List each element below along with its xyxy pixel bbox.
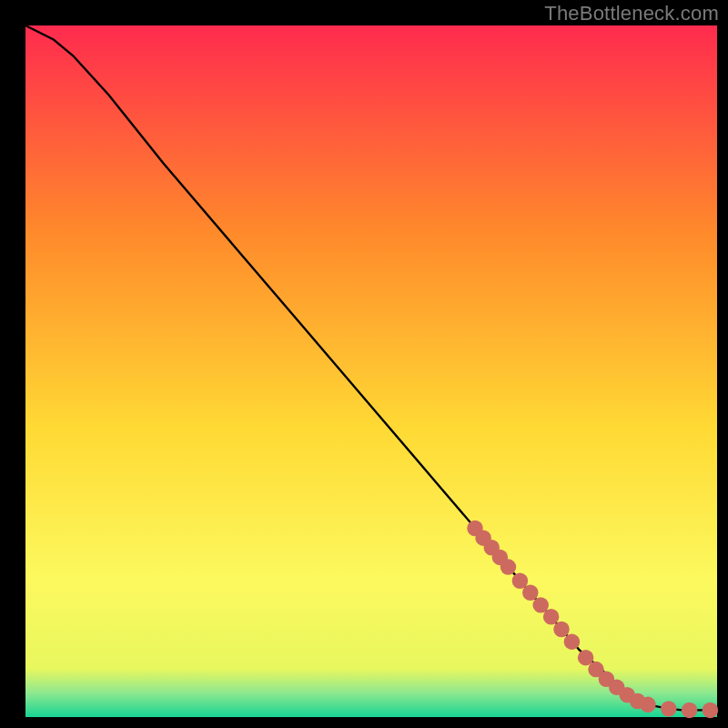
- marker-dot: [640, 697, 655, 713]
- watermark-text: TheBottleneck.com: [544, 2, 719, 25]
- plot-background: [25, 25, 717, 717]
- marker-dot: [703, 703, 718, 718]
- marker-dot: [543, 609, 559, 624]
- marker-dot: [661, 701, 676, 716]
- marker-dot: [522, 584, 538, 600]
- marker-dot: [682, 703, 697, 718]
- marker-dot: [500, 559, 516, 574]
- chart-canvas: [0, 0, 728, 728]
- chart-stage: TheBottleneck.com: [0, 0, 728, 728]
- marker-dot: [553, 622, 569, 637]
- marker-dot: [564, 633, 580, 649]
